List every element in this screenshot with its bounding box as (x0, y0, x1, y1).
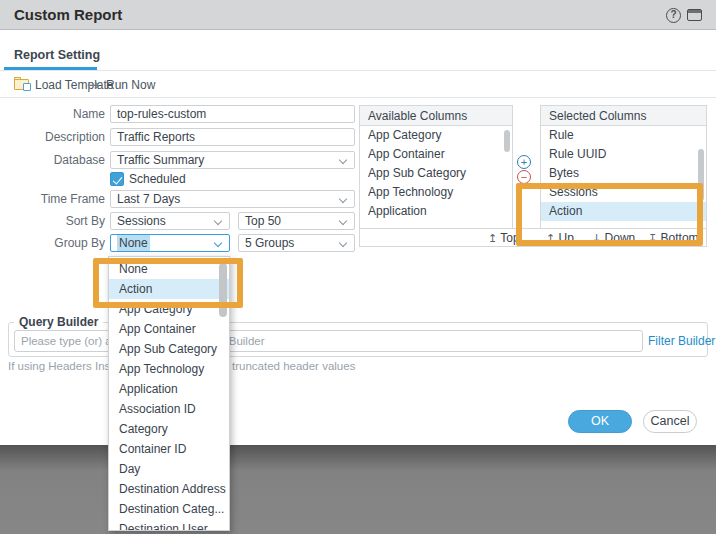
available-columns-panel: Available Columns App Category App Conta… (359, 105, 513, 247)
description-input[interactable] (110, 128, 355, 146)
dropdown-option[interactable]: Application (109, 379, 229, 399)
available-column-item[interactable]: Application (360, 202, 512, 221)
available-scrollbar[interactable] (504, 130, 510, 152)
chevron-down-icon (339, 195, 347, 203)
database-select[interactable]: Traffic Summary (110, 151, 355, 169)
group-count-select[interactable]: 5 Groups (238, 234, 355, 252)
name-input[interactable] (110, 105, 355, 123)
tab-report-setting[interactable]: Report Setting (14, 48, 100, 62)
selected-column-item[interactable]: Rule UUID (541, 145, 706, 164)
custom-report-dialog: Custom Report ? Report Setting Load Temp… (0, 0, 716, 534)
sort-by-select[interactable]: Sessions (110, 212, 230, 230)
database-label: Database (0, 151, 105, 169)
load-template-icon (14, 77, 31, 90)
filter-builder-link[interactable]: Filter Builder (648, 330, 715, 352)
dropdown-option[interactable]: Association ID (109, 399, 229, 419)
query-builder-legend: Query Builder (14, 315, 103, 329)
selected-column-item[interactable]: Rule (541, 126, 706, 145)
dropdown-option[interactable]: Category (109, 419, 229, 439)
remove-column-button[interactable]: − (517, 170, 531, 184)
available-column-item[interactable]: App Sub Category (360, 164, 512, 183)
headers-note-suffix: truncated header values (232, 360, 355, 372)
selected-column-item[interactable]: Bytes (541, 164, 706, 183)
available-column-item[interactable]: App Category (360, 126, 512, 145)
name-label: Name (0, 105, 105, 123)
time-frame-label: Time Frame (0, 190, 105, 208)
move-top-button[interactable]: ↥ Top (488, 229, 520, 248)
sort-by-label: Sort By (0, 212, 105, 230)
available-column-item[interactable]: App Technology (360, 183, 512, 202)
time-frame-select[interactable]: Last 7 Days (110, 190, 355, 208)
dropdown-option[interactable]: App Sub Category (109, 339, 229, 359)
group-by-select[interactable]: None (110, 234, 230, 252)
run-now-icon: → (87, 76, 100, 94)
chevron-down-icon (214, 217, 222, 225)
run-now-button[interactable]: Run Now (106, 78, 155, 92)
window-icon[interactable] (687, 9, 702, 21)
dropdown-option[interactable]: App Technology (109, 359, 229, 379)
dropdown-option[interactable]: Destination Address (109, 479, 229, 499)
scheduled-checkbox[interactable] (110, 172, 124, 186)
available-column-item[interactable]: App Container (360, 145, 512, 164)
dropdown-option[interactable]: Destination Categ... (109, 499, 229, 519)
help-icon[interactable]: ? (666, 8, 681, 23)
dialog-title: Custom Report (14, 0, 122, 30)
dropdown-option-partial[interactable]: Destination User (109, 519, 229, 531)
dropdown-option[interactable]: Day (109, 459, 229, 479)
available-columns-header: Available Columns (360, 106, 512, 126)
top-arrow-icon: ↥ (488, 232, 497, 245)
description-label: Description (0, 128, 105, 146)
dropdown-option[interactable]: App Container (109, 319, 229, 339)
group-by-label: Group By (0, 234, 105, 252)
tab-divider (0, 70, 716, 71)
annotation-box-selected-columns (516, 183, 703, 246)
chevron-down-icon (339, 156, 347, 164)
sort-top-select[interactable]: Top 50 (238, 212, 355, 230)
annotation-box-dropdown (93, 258, 243, 308)
dropdown-option[interactable]: Container ID (109, 439, 229, 459)
load-template-button[interactable]: Load Template (35, 78, 114, 92)
ok-button[interactable]: OK (568, 410, 632, 433)
toolbar-divider (0, 97, 716, 98)
chevron-down-icon (339, 217, 347, 225)
cancel-button[interactable]: Cancel (643, 410, 697, 433)
scheduled-label: Scheduled (129, 172, 186, 187)
chevron-down-icon (214, 239, 222, 247)
selected-columns-header: Selected Columns (541, 106, 706, 126)
add-column-button[interactable]: + (517, 155, 531, 169)
chevron-down-icon (339, 239, 347, 247)
